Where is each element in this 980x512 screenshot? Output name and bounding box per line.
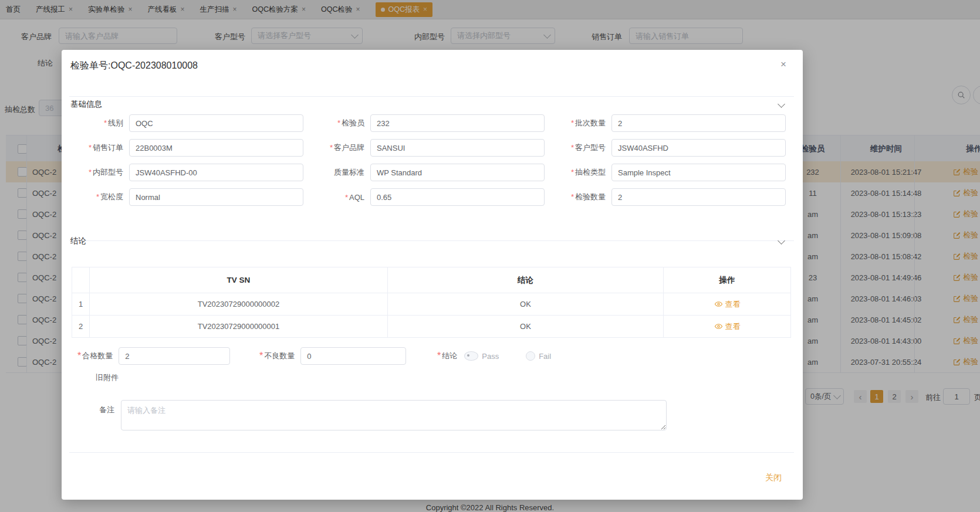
radio-fail-label: Fail bbox=[539, 352, 551, 361]
pass-qty-input[interactable] bbox=[119, 347, 230, 365]
fail-qty-input[interactable] bbox=[300, 347, 406, 365]
result-header: 结论 bbox=[388, 267, 664, 293]
sn-cell: TV20230729000000002 bbox=[90, 293, 388, 315]
sn-cell: TV20230729000000001 bbox=[90, 316, 388, 337]
fail-qty-label: 不良数量 bbox=[264, 351, 295, 361]
action-header: 操作 bbox=[664, 267, 790, 293]
form-field-line: *线别 bbox=[70, 114, 312, 132]
index-cell: 1 bbox=[72, 293, 90, 315]
pass-qty-label: 合格数量 bbox=[82, 351, 113, 361]
form-field-aql: *AQL bbox=[312, 188, 553, 206]
view-link[interactable]: 查看 bbox=[714, 299, 741, 310]
index-header bbox=[72, 267, 90, 293]
result-cell: OK bbox=[388, 293, 664, 315]
dialog-title: 检验单号:OQC-202308010008 bbox=[70, 60, 198, 72]
field-label: 检验员 bbox=[342, 118, 364, 127]
radio-fail[interactable] bbox=[526, 351, 535, 361]
form-field-quality-standard: 质量标准 bbox=[312, 164, 553, 181]
required-asterisk: * bbox=[571, 143, 574, 152]
required-asterisk: * bbox=[96, 192, 99, 201]
required-asterisk: * bbox=[571, 168, 574, 177]
internal-model-input[interactable] bbox=[129, 164, 303, 181]
close-icon[interactable]: × bbox=[780, 59, 786, 69]
form-field-customer-brand: *客户品牌 bbox=[312, 139, 553, 157]
conclusion-radio-group: * 结论 Pass Fail bbox=[437, 347, 551, 365]
basic-info-form: *线别 *检验员 *批次数量 *销售订单 *客户品牌 *客户型号 bbox=[70, 114, 794, 206]
field-label: 批次数量 bbox=[575, 118, 606, 127]
view-link[interactable]: 查看 bbox=[714, 321, 741, 332]
line-input[interactable] bbox=[129, 114, 303, 132]
section-conclusion: 结论 bbox=[70, 236, 86, 246]
required-asterisk: * bbox=[104, 118, 107, 127]
field-label: 宽松度 bbox=[100, 192, 123, 201]
required-asterisk: * bbox=[571, 192, 574, 201]
field-label: 客户型号 bbox=[575, 143, 606, 152]
remark-label: 备注 bbox=[99, 405, 114, 415]
remark-textarea[interactable] bbox=[121, 400, 667, 430]
sn-header: TV SN bbox=[90, 267, 388, 293]
eye-icon bbox=[714, 300, 723, 308]
old-attachment-label: 旧附件 bbox=[96, 372, 119, 383]
field-label: 内部型号 bbox=[93, 168, 123, 177]
customer-brand-input[interactable] bbox=[370, 139, 545, 157]
sampling-type-input[interactable] bbox=[611, 164, 786, 181]
required-asterisk: * bbox=[345, 193, 348, 202]
required-asterisk: * bbox=[437, 351, 441, 361]
index-cell: 2 bbox=[72, 316, 90, 337]
quality-standard-input[interactable] bbox=[370, 164, 545, 181]
result-cell: OK bbox=[388, 316, 664, 337]
pass-qty-field: * 合格数量 bbox=[77, 347, 230, 365]
fail-qty-field: * 不良数量 bbox=[259, 347, 406, 365]
inspect-qty-input[interactable] bbox=[611, 188, 786, 206]
screen: 首页 产线报工× 实验单检验× 产线看板× 生产扫描× OQC检验方案× OQC… bbox=[0, 0, 980, 512]
required-asterisk: * bbox=[259, 351, 263, 361]
form-field-internal-model: *内部型号 bbox=[70, 164, 312, 181]
aql-input[interactable] bbox=[370, 188, 545, 206]
form-field-sampling-type: *抽检类型 bbox=[553, 164, 794, 181]
required-asterisk: * bbox=[337, 118, 340, 127]
field-label: 销售订单 bbox=[93, 143, 123, 152]
sn-row: 1 TV20230729000000002 OK 查看 bbox=[72, 293, 790, 315]
radio-pass[interactable] bbox=[464, 351, 478, 361]
customer-model-input[interactable] bbox=[611, 139, 786, 157]
eye-icon bbox=[714, 322, 723, 331]
strictness-input[interactable] bbox=[129, 188, 303, 206]
required-asterisk: * bbox=[571, 118, 574, 127]
sn-row: 2 TV20230729000000001 OK 查看 bbox=[72, 315, 790, 337]
required-asterisk: * bbox=[89, 143, 92, 152]
section-basic-info: 基础信息 bbox=[70, 99, 102, 110]
field-label: 抽检类型 bbox=[575, 168, 606, 177]
field-label: 线别 bbox=[108, 118, 123, 127]
form-field-inspector: *检验员 bbox=[312, 114, 553, 132]
required-asterisk: * bbox=[330, 143, 333, 152]
field-label: 客户品牌 bbox=[334, 143, 364, 152]
form-field-inspect-qty: *检验数量 bbox=[553, 188, 794, 206]
chevron-down-icon[interactable] bbox=[778, 237, 785, 245]
action-cell: 查看 bbox=[664, 316, 790, 337]
chevron-down-icon[interactable] bbox=[778, 100, 785, 108]
radio-pass-label: Pass bbox=[482, 352, 499, 361]
required-asterisk: * bbox=[89, 168, 92, 177]
form-field-sales-order: *销售订单 bbox=[70, 139, 312, 157]
close-button[interactable]: 关闭 bbox=[762, 472, 785, 484]
form-field-strictness: *宽松度 bbox=[70, 188, 312, 206]
field-label: AQL bbox=[349, 193, 364, 202]
form-field-batch-qty: *批次数量 bbox=[553, 114, 794, 132]
required-asterisk: * bbox=[77, 351, 81, 361]
sn-result-table: TV SN 结论 操作 1 TV20230729000000002 OK 查看 … bbox=[72, 267, 791, 338]
field-label: 质量标准 bbox=[334, 168, 364, 177]
batch-qty-input[interactable] bbox=[611, 114, 786, 132]
field-label: 检验数量 bbox=[575, 192, 606, 201]
inspector-input[interactable] bbox=[370, 114, 545, 132]
sn-table-header: TV SN 结论 操作 bbox=[72, 267, 790, 293]
action-cell: 查看 bbox=[664, 293, 790, 315]
conclusion-label: 结论 bbox=[442, 351, 457, 361]
sales-order-input[interactable] bbox=[129, 139, 303, 157]
form-field-customer-model: *客户型号 bbox=[553, 139, 794, 157]
inspection-order-dialog: 检验单号:OQC-202308010008 × 基础信息 *线别 *检验员 *批… bbox=[62, 50, 803, 500]
